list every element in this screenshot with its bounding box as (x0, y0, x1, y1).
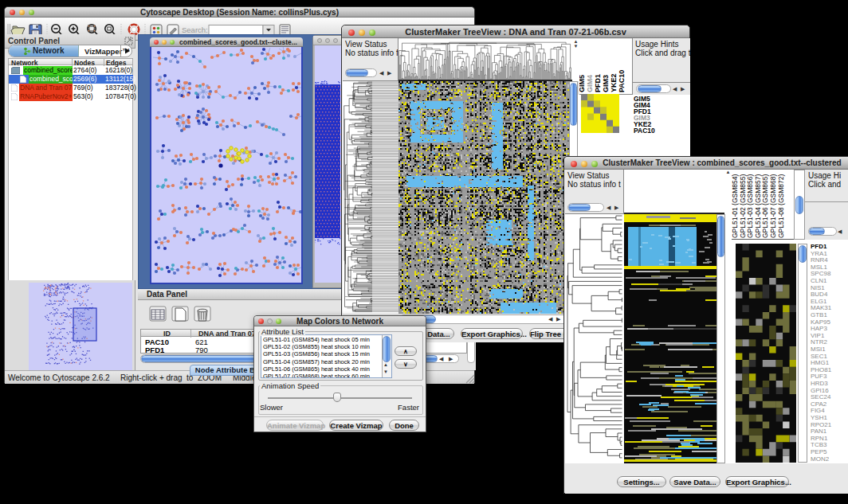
svg-text:GPL51-06 (GSM865): GPL51-06 (GSM865) (761, 174, 769, 238)
svg-text:GIM5: GIM5 (579, 75, 586, 92)
svg-text:GPL51-07 (GSM868): GPL51-07 (GSM868) (769, 174, 777, 238)
svg-text:GPL51-02 (GSM855): GPL51-02 (GSM855) (739, 174, 747, 238)
svg-text:GIM4: GIM4 (586, 75, 594, 92)
svg-text:GPL51-08 (GSM872): GPL51-08 (GSM872) (777, 174, 785, 238)
svg-text:YKE2: YKE2 (610, 73, 618, 92)
svg-text:PAC10: PAC10 (618, 70, 626, 92)
svg-text:GIM3: GIM3 (602, 75, 610, 92)
svg-text:GPL51-04 (GSM857): GPL51-04 (GSM857) (754, 174, 762, 238)
svg-text:PFD1: PFD1 (594, 74, 602, 92)
svg-text:GPL51-03 (GSM856): GPL51-03 (GSM856) (746, 174, 754, 238)
